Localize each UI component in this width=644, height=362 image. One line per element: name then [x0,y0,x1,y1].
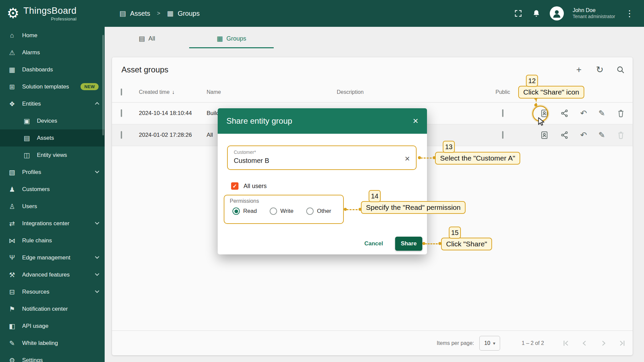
logo-gear-icon: ⚙ [7,6,19,20]
sidebar-scrollbar[interactable] [102,35,104,135]
radio-unselected-icon [306,207,314,215]
edit-icon[interactable]: ✎ [598,109,605,118]
first-page-icon[interactable] [561,339,570,348]
integrations-icon: ⇄ [7,220,17,228]
breadcrumb-separator: > [157,10,160,17]
next-page-icon[interactable] [599,339,608,348]
column-name[interactable]: Name [207,89,337,95]
breadcrumb-item-assets[interactable]: Assets [130,10,150,17]
sidebar-item-solution-templates[interactable]: ⊞ Solution templates NEW [0,78,105,95]
notifications-bell-icon[interactable] [532,9,541,18]
share-button[interactable]: Share [395,237,422,251]
entities-icon: ❖ [7,100,17,108]
items-per-page-label: Items per page: [437,340,474,346]
radio-read[interactable]: Read [232,207,257,215]
radio-other[interactable]: Other [306,207,331,215]
column-description[interactable]: Description [337,89,488,95]
connector-dot [534,104,537,107]
permissions-fieldset: Permissions Read Write Other [224,195,344,224]
edge-icon: Ψ [7,254,17,261]
sidebar-item-label: Rule chains [22,237,52,244]
sidebar-item-label: Customers [22,186,50,193]
make-private-icon[interactable]: ↶ [580,109,587,118]
breadcrumb-item-groups[interactable]: Groups [178,10,200,17]
sidebar-item-alarms[interactable]: ⚠ Alarms [0,44,105,61]
sidebar-item-resources[interactable]: ⊟ Resources [0,283,105,300]
customers-icon: ♟ [7,185,17,193]
column-public[interactable]: Public [495,89,510,95]
sidebar-item-users[interactable]: ♙ Users [0,198,105,215]
user-role: Tenant administrator [573,14,615,20]
sidebar-item-advanced-features[interactable]: ⚒ Advanced features [0,266,105,283]
customer-field-value: Customer B [234,157,410,165]
sidebar-item-edge-management[interactable]: Ψ Edge management [0,249,105,266]
select-all-checkbox[interactable] [121,88,122,96]
chevron-down-icon [95,254,99,259]
previous-page-icon[interactable] [580,339,589,348]
sidebar-item-dashboards[interactable]: ▦ Dashboards [0,61,105,78]
user-avatar[interactable] [550,6,564,20]
sidebar-item-entity-views[interactable]: ◫ Entity views [0,146,105,164]
share-icon[interactable] [560,131,569,139]
white-labeling-icon: ✎ [7,339,17,347]
sidebar-item-notification-center[interactable]: ⚑ Notification center [0,300,105,317]
sidebar-nav: ⌂ Home ⚠ Alarms ▦ Dashboards ⊞ Solution … [0,27,105,362]
sidebar-item-settings[interactable]: ⚙ Settings [0,352,105,362]
customer-field-label: Customer* [234,149,410,155]
permissions-label: Permissions [230,198,338,204]
user-info[interactable]: John Doe Tenant administrator [573,7,615,20]
row-checkbox[interactable] [121,131,122,139]
devices-icon: ▣ [22,117,32,125]
manage-users-icon[interactable] [540,131,549,139]
sidebar-item-rule-chains[interactable]: ⋈ Rule chains [0,232,105,249]
add-entity-group-button[interactable]: + [574,65,584,74]
profiles-icon: ▧ [7,168,17,176]
edit-icon[interactable]: ✎ [598,131,605,139]
sidebar-item-label: Settings [22,357,43,362]
all-users-checkbox[interactable]: ✓ [231,182,238,190]
page-size-select[interactable]: 10 ▾ [479,336,500,351]
all-users-label: All users [244,183,267,190]
step-number-badge: 12 [526,75,538,87]
sidebar-item-devices[interactable]: ▣ Devices [0,112,105,129]
tab-groups[interactable]: ▦ Groups [189,29,274,48]
radio-label: Read [243,208,257,215]
column-created-time[interactable]: Created time ↓ [133,89,207,95]
search-icon[interactable] [616,65,625,74]
radio-write[interactable]: Write [270,207,293,215]
refresh-button[interactable]: ↻ [595,65,604,74]
clear-icon[interactable]: × [405,154,410,164]
close-icon[interactable]: × [413,116,418,126]
solution-templates-icon: ⊞ [7,83,17,91]
brand-edition: Professional [51,16,76,21]
row-checkbox[interactable] [121,109,122,117]
fullscreen-icon[interactable] [514,9,523,18]
delete-icon-disabled [616,131,625,139]
new-badge: NEW [80,83,99,90]
tab-all[interactable]: ▤ All [105,29,189,48]
public-checkbox[interactable] [502,131,503,139]
breadcrumb: ▤ Assets > ▦ Groups [119,9,200,17]
delete-icon[interactable] [616,109,625,118]
app-logo[interactable]: ⚙ ThingsBoard Professional [0,0,105,27]
share-icon[interactable] [560,109,569,118]
sidebar-item-profiles[interactable]: ▧ Profiles [0,164,105,181]
sidebar-item-white-labeling[interactable]: ✎ White labeling [0,335,105,352]
sort-desc-icon[interactable]: ↓ [172,89,175,95]
sidebar-item-home[interactable]: ⌂ Home [0,27,105,44]
sidebar-item-assets[interactable]: ▤ Assets [0,129,105,146]
api-usage-icon: ◧ [7,322,17,330]
public-checkbox[interactable] [502,109,503,117]
make-private-icon[interactable]: ↶ [580,131,587,139]
customer-field[interactable]: Customer* Customer B × [227,145,417,170]
connector-dot [344,208,347,211]
last-page-icon[interactable] [618,339,627,348]
sidebar-item-label: Devices [37,118,57,124]
sidebar-item-entities[interactable]: ❖ Entities [0,95,105,112]
sidebar-item-integrations-center[interactable]: ⇄ Integrations center [0,215,105,232]
more-menu-icon[interactable]: ⋮ [624,8,635,19]
cancel-button[interactable]: Cancel [364,240,383,247]
radio-unselected-icon [270,207,277,215]
sidebar-item-customers[interactable]: ♟ Customers [0,181,105,198]
sidebar-item-api-usage[interactable]: ◧ API usage [0,317,105,335]
